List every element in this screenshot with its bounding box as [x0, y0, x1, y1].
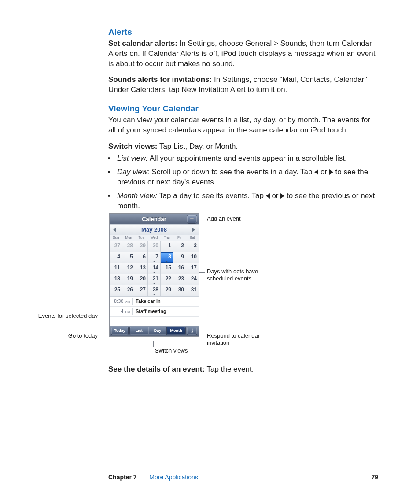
calendar-day[interactable]: 24 [186, 274, 199, 285]
calendar-day[interactable]: 17 [186, 263, 199, 274]
calendar-day[interactable]: 16 [173, 263, 186, 274]
calendar-day[interactable]: 19 [122, 274, 135, 285]
triangle-left-icon [314, 169, 318, 175]
callout-switch: Switch views [155, 347, 188, 354]
calendar-day[interactable]: 4 [110, 252, 122, 263]
footer-title: More Applications [149, 474, 198, 481]
calendar-day[interactable]: 5 [122, 252, 135, 263]
triangle-right-icon [329, 169, 333, 175]
tab-list[interactable]: List [130, 327, 148, 335]
tab-day[interactable]: Day [148, 327, 167, 335]
event-dot-icon [154, 283, 155, 284]
calendar-day[interactable]: 28 [148, 285, 161, 296]
callout-respond: Respond to calendar invitation [207, 332, 273, 347]
calendar-day[interactable]: 30 [148, 241, 161, 252]
footer-chapter: Chapter 7 [108, 474, 137, 481]
page-content: Alerts Set calendar alerts: In Settings,… [108, 26, 377, 217]
calendar-row: 11121314151617 [110, 263, 199, 274]
event-dot-icon [154, 261, 155, 262]
calendar-day[interactable]: 11 [110, 263, 122, 274]
calendar-row: 18192021222324 [110, 274, 199, 285]
calendar-day[interactable]: 2 [173, 241, 186, 252]
event-row[interactable]: 8:30 AMTake car in [110, 297, 199, 307]
event-dot-icon [166, 261, 168, 262]
today-button[interactable]: Today [111, 327, 128, 335]
invitations-button[interactable]: ⤓ [187, 327, 197, 335]
footer-separator [143, 474, 143, 481]
calendar-day[interactable]: 31 [186, 285, 199, 296]
ipod-title: Calendar [142, 216, 166, 222]
calendar-day[interactable]: 8 [161, 252, 173, 263]
calendar-day[interactable]: 14 [148, 263, 161, 274]
calendar-day[interactable]: 23 [173, 274, 186, 285]
leader-line [199, 336, 205, 336]
calendar-day[interactable]: 29 [135, 241, 148, 252]
view-bullets: List view: All your appointments and eve… [108, 154, 377, 211]
calendar-day[interactable]: 7 [148, 252, 161, 263]
events-gap [110, 317, 199, 326]
calendar-day[interactable]: 25 [110, 285, 122, 296]
calendar-day[interactable]: 6 [135, 252, 148, 263]
leader-line [199, 272, 205, 273]
dow-cell: Thu [160, 235, 173, 241]
triangle-left-icon [266, 193, 270, 199]
prev-month-button[interactable] [113, 228, 116, 232]
calendar-day[interactable]: 3 [186, 241, 199, 252]
calendar-day[interactable]: 10 [186, 252, 199, 263]
dow-cell: Wed [148, 235, 161, 241]
callout-add-event: Add an event [207, 215, 241, 222]
bullet-month-view: Month view: Tap a day to see its events.… [115, 191, 377, 211]
calendar-day[interactable]: 1 [161, 241, 173, 252]
calendar-day[interactable]: 29 [161, 285, 173, 296]
calendar-day[interactable]: 13 [135, 263, 148, 274]
dow-cell: Sat [186, 235, 199, 241]
p-see-details: See the details of an event: Tap the eve… [108, 364, 377, 375]
leader-line [199, 219, 205, 219]
calendar-day[interactable]: 18 [110, 274, 122, 285]
dow-cell: Tue [135, 235, 148, 241]
callout-today: Go to today [65, 332, 98, 339]
calendar-grid: 2728293012345678910111213141516171819202… [110, 241, 199, 296]
event-time: 8:30 AM [110, 298, 132, 305]
calendar-day[interactable]: 27 [110, 241, 122, 252]
month-header: May 2008 [110, 224, 199, 235]
bullet-list-view: List view: All your appointments and eve… [115, 154, 377, 164]
heading-alerts: Alerts [108, 26, 377, 38]
ipod-toolbar: Today List Day Month ⤓ [110, 326, 199, 336]
triangle-right-icon [280, 193, 284, 199]
leader-line [100, 316, 108, 316]
event-row[interactable]: 4 PMStaff meeting [110, 307, 199, 317]
heading-viewing: Viewing Your Calendar [108, 103, 377, 114]
event-dot-icon [154, 272, 155, 273]
calendar-day[interactable]: 27 [135, 285, 148, 296]
p-switch-views: Switch views: Tap List, Day, or Month. [108, 142, 377, 152]
next-month-button[interactable] [192, 228, 195, 232]
event-bar-icon [132, 308, 133, 315]
calendar-day[interactable]: 20 [135, 274, 148, 285]
p-set-alerts: Set calendar alerts: In Settings, choose… [108, 39, 377, 69]
leader-line [153, 341, 154, 347]
month-label: May 2008 [141, 226, 167, 233]
calendar-day[interactable]: 30 [173, 285, 186, 296]
ipod-titlebar: Calendar + [110, 214, 199, 224]
calendar-row: 45678910 [110, 252, 199, 263]
add-event-button[interactable]: + [187, 215, 197, 223]
calendar-row: 27282930123 [110, 241, 199, 252]
event-bar-icon [132, 298, 133, 305]
calendar-day[interactable]: 12 [122, 263, 135, 274]
p-viewing-intro: You can view your calendar events in a l… [108, 115, 377, 136]
calendar-day[interactable]: 9 [173, 252, 186, 263]
p-sounds-invitations: Sounds alerts for invitations: In Settin… [108, 75, 377, 95]
calendar-day[interactable]: 26 [122, 285, 135, 296]
calendar-day[interactable]: 28 [122, 241, 135, 252]
callout-dots: Days with dots have scheduled events [207, 268, 273, 283]
calendar-day[interactable]: 22 [161, 274, 173, 285]
event-time: 4 PM [110, 308, 132, 315]
calendar-day[interactable]: 15 [161, 263, 173, 274]
dow-cell: Mon [122, 235, 135, 241]
calendar-row: 25262728293031 [110, 285, 199, 296]
calendar-day[interactable]: 21 [148, 274, 161, 285]
day-events-list: 8:30 AMTake car in4 PMStaff meeting [110, 296, 199, 326]
leader-line [100, 336, 108, 336]
tab-month[interactable]: Month [167, 327, 185, 335]
